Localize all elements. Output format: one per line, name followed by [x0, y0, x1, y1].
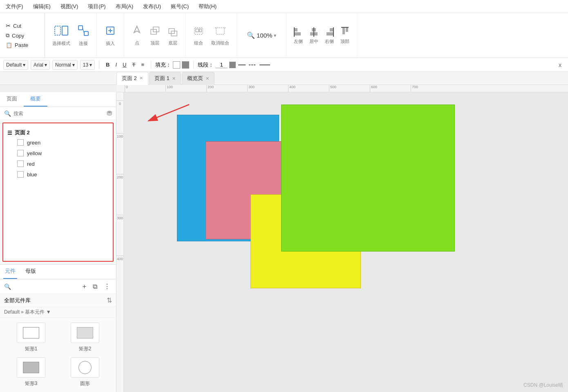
zoom-area[interactable]: 🔍 100% ▾ — [242, 31, 281, 39]
comp-add-button[interactable]: + — [81, 282, 88, 291]
font-dropdown-icon: ▾ — [45, 62, 47, 68]
align-center-button[interactable]: 居中 — [307, 24, 321, 46]
bottom-layer-icon — [168, 24, 178, 39]
outline-item-blue[interactable]: blue — [7, 169, 109, 180]
filter-icon[interactable]: ⛃ — [107, 109, 112, 117]
select-mode-icon — [54, 24, 69, 40]
font-style-selector[interactable]: Normal ▾ — [52, 60, 78, 70]
strikethrough-button[interactable]: T — [130, 61, 138, 69]
tab-masters[interactable]: 母版 — [24, 264, 38, 279]
ruler-mark-400: 400 — [288, 85, 295, 92]
point-label: 点 — [135, 40, 139, 46]
main-toolbar: ✂ Cut ⧉ Copy 📋 Paste — [0, 13, 568, 58]
canvas-content[interactable] — [124, 92, 568, 392]
tab-page1[interactable]: 页面 1 ✕ — [149, 72, 181, 85]
tab-components[interactable]: 元件 — [3, 264, 17, 279]
comp-rect2-shape — [77, 327, 93, 339]
ruler-v-mark-400: 400 — [116, 256, 123, 261]
tab-page2[interactable]: 页面 2 ✕ — [116, 72, 148, 85]
bold-button[interactable]: B — [103, 61, 112, 69]
menu-account[interactable]: 账号(C) — [169, 2, 190, 11]
comp-item-circle[interactable]: 圆形 — [60, 357, 110, 387]
outline-item-yellow[interactable]: yellow — [7, 148, 109, 158]
ruler-mark-600: 600 — [370, 85, 377, 92]
align-top-icon — [340, 26, 349, 38]
connect-button[interactable]: 连接 — [75, 23, 92, 48]
canvas-area[interactable]: 0 100 200 300 400 — [116, 92, 568, 392]
layers-group: 点 顶层 — [124, 13, 186, 58]
italic-button[interactable]: I — [113, 61, 119, 69]
copy-button[interactable]: ⧉ Copy — [4, 31, 40, 40]
comp-more-button[interactable]: ⋮ — [102, 282, 112, 291]
align-left-icon — [294, 26, 303, 38]
format-close-button[interactable]: x — [555, 62, 565, 68]
outline-section-title[interactable]: ☰ 页面 2 — [7, 128, 109, 137]
cut-button[interactable]: ✂ Cut — [4, 22, 40, 30]
menu-file[interactable]: 文件(F) — [4, 2, 25, 11]
style-selector[interactable]: Default ▾ — [3, 60, 28, 70]
tab-overview-close[interactable]: ✕ — [206, 76, 209, 81]
comp-grid: 矩形1 矩形2 矩形3 — [0, 318, 116, 392]
comp-label-rect3: 矩形3 — [25, 380, 38, 387]
menu-view[interactable]: 视图(V) — [59, 2, 80, 11]
stroke-style-1-icon[interactable] — [237, 62, 246, 68]
comp-item-rect1[interactable]: 矩形1 — [7, 323, 56, 352]
align-left-button[interactable]: 左侧 — [291, 24, 305, 46]
tab-pages[interactable]: 页面 — [0, 92, 24, 107]
text-formatting-buttons: B I U T ≡ — [103, 61, 147, 69]
tab-overview-label: 概览页 — [187, 75, 203, 82]
outline-item-green[interactable]: green — [7, 137, 109, 148]
menu-help[interactable]: 帮助(H) — [197, 2, 218, 11]
tab-outline[interactable]: 概要 — [24, 92, 47, 107]
tab-overview[interactable]: 概览页 ✕ — [182, 72, 215, 85]
align-right-icon — [325, 26, 334, 38]
underline-button[interactable]: U — [120, 61, 129, 69]
ruler-v-mark-100: 100 — [116, 133, 123, 138]
group-group: 组合 取消组合 — [186, 13, 237, 58]
search-input[interactable] — [13, 111, 104, 116]
insert-label: 插入 — [106, 40, 115, 47]
comp-thumb-rect2 — [71, 323, 99, 343]
font-value: Arial — [34, 62, 43, 68]
align-right-button[interactable]: 右侧 — [322, 24, 336, 46]
outline-item-red[interactable]: red — [7, 158, 109, 169]
outline-panel: ☰ 页面 2 green yellow red b — [2, 122, 114, 262]
comp-copy-button[interactable]: ⧉ — [91, 282, 99, 291]
insert-group: 插入 — [97, 13, 124, 58]
align-right-label: 右侧 — [325, 38, 334, 45]
style-value: Default — [6, 62, 22, 68]
group-button[interactable]: 组合 — [191, 23, 206, 48]
paste-button[interactable]: 📋 Paste — [4, 41, 40, 49]
comp-search-icon[interactable]: 🔍 — [4, 283, 11, 290]
align-left-label: 左侧 — [294, 38, 303, 45]
comp-thumb-rect3 — [17, 357, 45, 378]
stroke-color[interactable] — [229, 62, 236, 68]
format-separator-1 — [99, 61, 99, 69]
stroke-style-2-icon[interactable] — [248, 62, 257, 68]
bottom-layer-button[interactable]: 底层 — [165, 23, 181, 48]
comp-breadcrumb[interactable]: Default » 基本元件 ▼ — [0, 307, 116, 318]
font-size-selector[interactable]: 13 ▾ — [80, 60, 95, 70]
top-layer-button[interactable]: 顶层 — [147, 23, 163, 48]
font-selector[interactable]: Arial ▾ — [31, 60, 50, 70]
menu-edit[interactable]: 编辑(E) — [31, 2, 52, 11]
menu-publish[interactable]: 发布(U) — [141, 2, 163, 11]
tab-page2-close[interactable]: ✕ — [139, 76, 143, 81]
stroke-style-3-icon[interactable] — [259, 62, 271, 68]
menu-layout[interactable]: 布局(A) — [114, 2, 135, 11]
bottom-layer-label: 底层 — [168, 40, 177, 46]
insert-button[interactable]: 插入 — [102, 23, 119, 48]
tab-page1-close[interactable]: ✕ — [172, 76, 176, 81]
align-top-button[interactable]: 顶部 — [338, 24, 352, 46]
point-button[interactable]: 点 — [129, 23, 145, 48]
select-mode-button[interactable]: 选择模式 — [50, 23, 73, 48]
menu-project[interactable]: 项目(P) — [86, 2, 107, 11]
ungroup-button[interactable]: 取消组合 — [209, 23, 232, 48]
comp-item-rect2[interactable]: 矩形2 — [60, 323, 110, 352]
comp-item-rect3[interactable]: 矩形3 — [7, 357, 56, 387]
ruler-mark-200: 200 — [206, 85, 214, 92]
fill-color-white[interactable] — [173, 61, 180, 69]
list-button[interactable]: ≡ — [139, 61, 147, 69]
shape-green[interactable] — [281, 105, 455, 252]
fill-color-gray[interactable] — [182, 61, 189, 69]
